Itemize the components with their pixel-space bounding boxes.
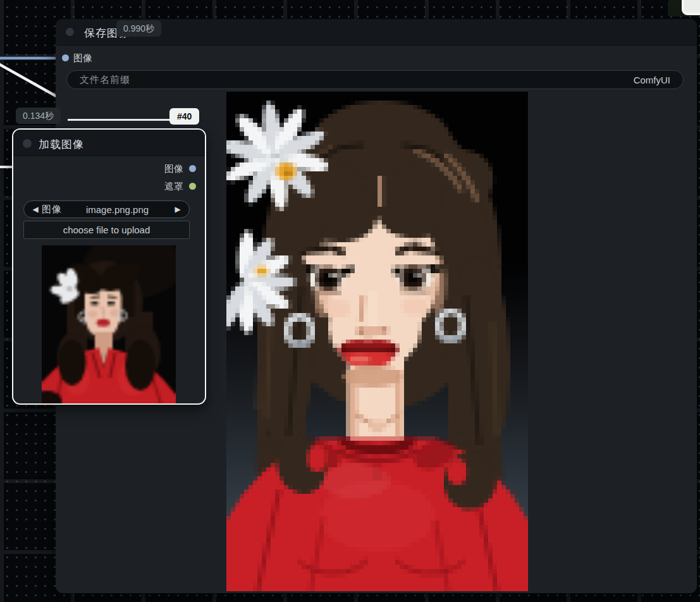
image-combo-widget[interactable]: ◀ 图像 image.png.png ▶ [23, 200, 190, 218]
input-slot-image[interactable] [62, 54, 69, 61]
combo-label: 图像 [42, 204, 62, 216]
widget-label: 文件名前缀 [80, 74, 130, 86]
output-slot-label: 遮罩 [164, 181, 183, 193]
loaded-image-thumbnail [42, 245, 176, 403]
filename-prefix-widget[interactable]: 文件名前缀 ComfyUI [66, 70, 684, 89]
input-slot-label: 图像 [73, 52, 92, 64]
node-id-badge: #40 [169, 108, 199, 125]
execution-time-badge: 0.134秒 [16, 108, 61, 124]
collapse-toggle-icon[interactable] [66, 28, 74, 36]
widget-value: ComfyUI [634, 75, 670, 85]
combo-value: image.png.png [62, 204, 173, 215]
node-graph-canvas[interactable]: 0.990秒 保存图像 图像 文件名前缀 ComfyUI 0.134秒 #40 … [0, 0, 700, 602]
thumbnail-photo [42, 245, 176, 403]
portrait-preview-image [226, 92, 528, 591]
output-slot-mask[interactable] [189, 183, 196, 190]
load-node-titlebar[interactable]: 加载图像 [13, 130, 205, 156]
output-slot-label: 图像 [164, 163, 183, 175]
combo-next-icon[interactable]: ▶ [173, 205, 183, 214]
combo-prev-icon[interactable]: ◀ [30, 205, 40, 214]
load-image-node[interactable]: 加载图像 图像 遮罩 ◀ 图像 image.png.png ▶ choose f… [12, 128, 206, 405]
execution-time-badge: 0.990秒 [116, 20, 161, 37]
badge-connector-line [68, 119, 169, 121]
output-slot-image[interactable] [189, 165, 196, 172]
node-title: 加载图像 [39, 137, 84, 152]
choose-file-button[interactable]: choose file to upload [23, 221, 190, 239]
saved-image-preview [226, 92, 528, 591]
selected-link-line [0, 63, 59, 98]
offscreen-node-corner[interactable] [682, 0, 700, 15]
collapse-toggle-icon[interactable] [23, 139, 32, 148]
